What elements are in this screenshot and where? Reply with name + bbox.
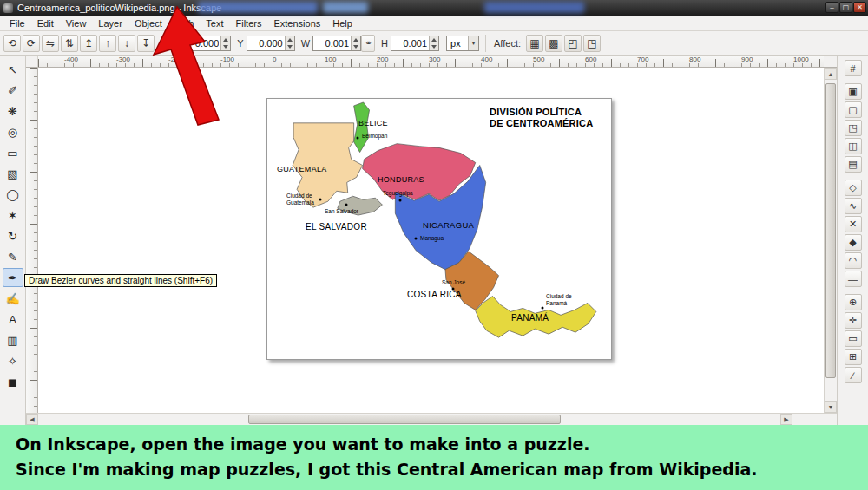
vertical-scrollbar[interactable]: ▲ ▼ — [824, 68, 837, 413]
minimize-button[interactable]: – — [825, 2, 838, 13]
ruler-corner-right — [824, 56, 837, 68]
snap-toolbar: #▣▢◳◫▤◇∿✕◆◠—⊕✛▭⊞∕ — [837, 56, 868, 425]
calligraphy-tool[interactable]: ✍ — [3, 289, 23, 308]
ruler-label: 1000 — [793, 56, 809, 63]
vertical-scroll-track[interactable] — [825, 80, 837, 401]
pencil-tool[interactable]: ✎ — [3, 247, 23, 266]
menu-layer[interactable]: Layer — [92, 16, 128, 30]
w-field[interactable] — [312, 36, 361, 51]
ruler-horizontal[interactable]: -400-300-200-100010020030040050060070080… — [38, 56, 824, 68]
title-bar[interactable]: Centroamerica_politicoWikipedia.png - In… — [0, 0, 868, 16]
rectangle-tool[interactable]: ▭ — [3, 143, 23, 162]
lower-to-bottom-button[interactable]: ↧ — [137, 35, 155, 52]
snap-page-border-toggle[interactable]: ▭ — [845, 330, 862, 347]
dropper-tool[interactable]: ✧ — [3, 351, 23, 370]
caption-banner: On Inkscape, open the image you want to … — [0, 425, 868, 490]
transform-stroke-toggle[interactable]: ◳ — [583, 35, 601, 52]
node-tool[interactable]: ✐ — [3, 81, 23, 100]
lower-button[interactable]: ↓ — [118, 35, 135, 52]
horizontal-scrollbar-thumb[interactable] — [248, 415, 561, 424]
menu-view[interactable]: View — [60, 16, 93, 30]
scroll-left-icon[interactable]: ◀ — [26, 414, 38, 425]
snap-nodes-toggle[interactable]: ◇ — [845, 180, 862, 196]
menu-edit[interactable]: Edit — [31, 16, 60, 30]
pen-tool[interactable]: ✒ — [3, 268, 23, 287]
w-field-input[interactable] — [313, 36, 351, 50]
y-field[interactable] — [247, 36, 295, 51]
city-dot-ciudad-de-guatemala — [319, 199, 322, 201]
snap-grids-toggle[interactable]: ⊞ — [845, 349, 862, 365]
menu-file[interactable]: File — [3, 16, 31, 30]
rotate-cw-button[interactable]: ⟳ — [23, 35, 40, 52]
scroll-down-icon[interactable]: ▼ — [825, 401, 837, 413]
spiral-tool[interactable]: ↻ — [3, 226, 23, 245]
tweak-tool[interactable]: ❋ — [3, 101, 23, 121]
snap-path-intersections-toggle[interactable]: ✕ — [845, 216, 862, 232]
menu-path[interactable]: Path — [168, 16, 201, 30]
flip-vertical-button[interactable]: ⇅ — [61, 35, 78, 52]
map-image[interactable]: DIVISIÓN POLÍTICA DE CENTROAMÉRICA GUATE… — [266, 98, 612, 360]
x-field-input[interactable] — [183, 36, 220, 50]
snap-enabled-toggle[interactable]: # — [845, 60, 862, 76]
scroll-up-icon[interactable]: ▲ — [825, 68, 837, 80]
snap-bbox-centers-toggle[interactable]: ▤ — [845, 156, 862, 173]
transform-corners-toggle[interactable]: ◰ — [564, 35, 582, 52]
snap-object-centers-toggle[interactable]: ⊕ — [845, 294, 862, 310]
units-select[interactable]: px ▾ — [446, 36, 479, 51]
menu-text[interactable]: Text — [200, 16, 229, 30]
menu-object[interactable]: Object — [128, 16, 168, 30]
ellipse-tool[interactable]: ◯ — [3, 185, 23, 204]
w-field-spinner[interactable] — [351, 36, 360, 50]
flip-horizontal-button[interactable]: ⇋ — [42, 35, 59, 52]
selector-tool[interactable]: ↖ — [3, 60, 23, 79]
vertical-scrollbar-thumb[interactable] — [825, 83, 836, 378]
menu-filters[interactable]: Filters — [230, 16, 268, 30]
raise-to-top-button[interactable]: ↥ — [80, 35, 97, 52]
maximize-button[interactable]: ▢ — [839, 2, 852, 13]
h-field-input[interactable] — [391, 36, 429, 50]
paint-bucket-tool[interactable]: ◼ — [3, 372, 23, 391]
snap-rotation-centers-toggle[interactable]: ✛ — [845, 312, 862, 329]
rotate-ccw-button[interactable]: ⟲ — [3, 35, 21, 52]
raise-button[interactable]: ↑ — [99, 35, 116, 52]
toolbox: ↖✐❋◎▭▧◯✶↻✎✒✍A▥✧◼ — [0, 56, 26, 425]
close-button[interactable]: ✕ — [853, 2, 866, 13]
move-patterns-toggle[interactable]: ▩ — [545, 35, 562, 52]
city-label-belmopan: Belmopan — [362, 133, 387, 140]
snap-cusp-nodes-toggle[interactable]: ◆ — [845, 234, 862, 251]
snap-bbox-edges-toggle[interactable]: ▢ — [845, 101, 862, 118]
menu-help[interactable]: Help — [326, 16, 358, 30]
h-field-spinner[interactable] — [429, 36, 438, 50]
snap-line-midpoints-toggle[interactable]: — — [845, 271, 862, 287]
canvas[interactable]: DIVISIÓN POLÍTICA DE CENTROAMÉRICA GUATE… — [38, 68, 824, 413]
lock-ratio-toggle[interactable]: ⚭ — [361, 35, 375, 52]
city-label-san-jose: San José — [442, 279, 465, 286]
horizontal-scroll-track[interactable] — [38, 414, 780, 425]
move-gradients-toggle[interactable]: ▦ — [526, 35, 543, 52]
snap-guides-toggle[interactable]: ∕ — [845, 367, 862, 383]
horizontal-scrollbar[interactable]: ◀ ▶ — [26, 413, 792, 425]
y-field-input[interactable] — [247, 36, 285, 50]
tooltip: Draw Bezier curves and straight lines (S… — [24, 274, 217, 287]
menu-bar: FileEditViewLayerObjectPathTextFiltersEx… — [0, 16, 868, 31]
zoom-tool[interactable]: ◎ — [3, 122, 23, 141]
gradient-tool[interactable]: ▥ — [3, 330, 23, 350]
scroll-right-icon[interactable]: ▶ — [780, 414, 792, 425]
ruler-label: 200 — [377, 56, 388, 63]
y-field-spinner[interactable] — [285, 36, 294, 50]
snap-bbox-toggle[interactable]: ▣ — [845, 83, 862, 100]
star-tool[interactable]: ✶ — [3, 206, 23, 225]
ruler-vertical[interactable] — [26, 68, 38, 413]
box3d-tool[interactable]: ▧ — [3, 164, 23, 183]
w-field-label: W — [301, 38, 310, 49]
text-tool[interactable]: A — [3, 310, 23, 329]
x-field[interactable] — [182, 36, 231, 51]
h-field[interactable] — [391, 36, 439, 51]
snap-smooth-nodes-toggle[interactable]: ◠ — [845, 252, 862, 269]
snap-bbox-corners-toggle[interactable]: ◳ — [845, 120, 862, 136]
snap-paths-toggle[interactable]: ∿ — [845, 198, 862, 214]
x-field-spinner[interactable] — [220, 36, 230, 50]
snap-bbox-edge-midpoints-toggle[interactable]: ◫ — [845, 138, 862, 154]
menu-extensions[interactable]: Extensions — [267, 16, 326, 30]
ruler-label: 100 — [325, 56, 336, 63]
